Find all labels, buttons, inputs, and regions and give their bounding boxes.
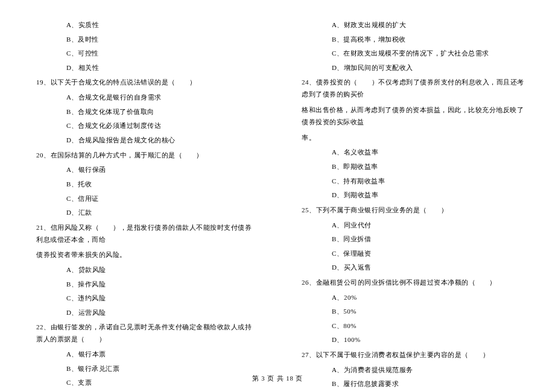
q19-text: 19、以下关于合规文化的特点说法错误的是（ ） <box>36 75 253 90</box>
q24-option-b: B、即期收益率 <box>302 160 525 174</box>
document-page: A、实质性 B、及时性 C、可控性 D、相关性 19、以下关于合规文化的特点说法… <box>0 0 555 392</box>
q18-option-c: C、可控性 <box>36 46 253 61</box>
q21-text-line1: 21、信用风险又称（ ），是指发行债券的借款人不能按时支付债券利息或偿还本金，而… <box>36 220 253 248</box>
q21-text-line2: 债券投资者带来损失的风险。 <box>36 247 253 263</box>
q21-option-b: B、操作风险 <box>36 277 253 292</box>
q19-option-d: D、合规风险报告是合规文化的核心 <box>36 133 253 148</box>
q26-option-c: C、80% <box>302 319 525 334</box>
q22-option-b: B、银行承兑汇票 <box>36 362 253 376</box>
q18-option-b: B、及时性 <box>36 33 253 47</box>
q23-option-c: C、在财政支出规模不变的情况下，扩大社会总需求 <box>302 46 525 61</box>
left-column: A、实质性 B、及时性 C、可控性 D、相关性 19、以下关于合规文化的特点说法… <box>0 18 278 392</box>
right-column: A、财政支出规模的扩大 B、提高税率，增加税收 C、在财政支出规模不变的情况下，… <box>278 18 555 392</box>
q25-option-d: D、买入返售 <box>302 261 525 275</box>
q26-text: 26、金融租赁公司的同业拆借比例不得超过资本净额的（ ） <box>302 275 525 291</box>
q21-option-a: A、贷款风险 <box>36 263 253 277</box>
q21-option-c: C、违约风险 <box>36 291 253 306</box>
q24-text-line2: 格和出售价格，从而考虑到了债券的资本损益，因此，比较充分地反映了债券投资的实际收… <box>302 103 525 130</box>
q21-option-d: D、运营风险 <box>36 306 253 320</box>
q18-option-a: A、实质性 <box>36 18 253 33</box>
q27-text: 27、以下不属于银行业消费者权益保护主要内容的是（ ） <box>302 347 525 363</box>
q23-option-a: A、财政支出规模的扩大 <box>302 18 525 33</box>
q25-option-c: C、保理融资 <box>302 247 525 261</box>
q24-text-line3: 率。 <box>302 130 525 146</box>
q20-text: 20、在国际结算的几种方式中，属于顺汇的是（ ） <box>36 148 253 163</box>
q19-option-a: A、合规文化是银行的自身需求 <box>36 90 253 105</box>
q22-option-a: A、银行本票 <box>36 347 253 362</box>
q22-text: 22、由银行签发的，承诺自己见票时无条件支付确定金额给收款人或持票人的票据是（ … <box>36 320 253 347</box>
q26-option-b: B、50% <box>302 305 525 319</box>
q23-option-b: B、提高税率，增加税收 <box>302 33 525 47</box>
q26-option-d: D、100% <box>302 333 525 347</box>
q24-option-d: D、到期收益率 <box>302 188 525 203</box>
q26-option-a: A、20% <box>302 291 525 305</box>
q18-option-d: D、相关性 <box>36 61 253 75</box>
q20-option-d: D、汇款 <box>36 206 253 220</box>
q20-option-c: C、信用证 <box>36 192 253 206</box>
q25-option-a: A、同业代付 <box>302 218 525 233</box>
q20-option-a: A、银行保函 <box>36 163 253 177</box>
page-footer: 第 3 页 共 18 页 <box>0 375 555 383</box>
q24-option-a: A、名义收益率 <box>302 145 525 160</box>
q24-text-line1: 24、债券投资的（ ）不仅考虑到了债券所支付的利息收入，而且还考虑到了债券的购买… <box>302 75 525 103</box>
q25-text: 25、下列不属于商业银行同业业务的是（ ） <box>302 203 525 218</box>
q19-option-b: B、合规文化体现了价值取向 <box>36 105 253 119</box>
q24-option-c: C、持有期收益率 <box>302 174 525 189</box>
q19-option-c: C、合规文化必须通过制度传达 <box>36 119 253 133</box>
q20-option-b: B、托收 <box>36 177 253 192</box>
q25-option-b: B、同业拆借 <box>302 232 525 247</box>
q23-option-d: D、增加民间的可支配收入 <box>302 61 525 75</box>
